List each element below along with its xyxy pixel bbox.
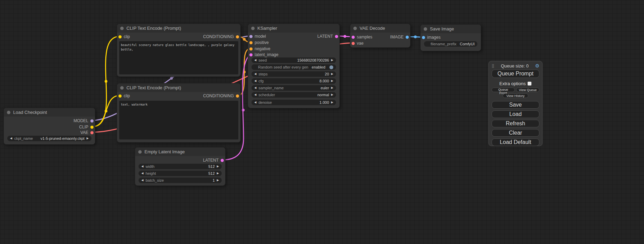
load-button[interactable]: Load xyxy=(492,110,539,118)
node-title-bar[interactable]: Load Checkpoint xyxy=(4,108,95,117)
decrement-icon[interactable]: ◀ xyxy=(141,172,143,175)
input-slot-clip[interactable]: clip xyxy=(118,34,130,39)
widget-filename-prefix[interactable]: filename_prefix ComfyUI xyxy=(424,41,477,47)
input-slot-latent-image[interactable]: latent_image xyxy=(249,52,279,57)
view-queue-button[interactable]: View Queue xyxy=(516,88,539,92)
model-slot-dot-icon[interactable] xyxy=(249,35,253,38)
settings-gear-icon[interactable]: ⚙ xyxy=(535,63,539,69)
input-slot-negative[interactable]: negative xyxy=(249,46,270,52)
widget-width[interactable]: ◀ width 512 ▶ xyxy=(139,164,222,169)
prev-value-icon[interactable]: ◀ xyxy=(254,93,256,96)
input-slot-images[interactable]: images xyxy=(422,35,441,40)
latent-slot-dot-icon[interactable] xyxy=(249,53,253,56)
model-slot-dot-icon[interactable] xyxy=(90,119,94,123)
output-slot-model[interactable]: MODEL xyxy=(73,118,94,124)
increment-icon[interactable]: ▶ xyxy=(331,80,333,82)
next-value-icon[interactable]: ▶ xyxy=(331,93,333,96)
decrement-icon[interactable]: ◀ xyxy=(254,80,256,82)
output-slot-clip[interactable]: CLIP xyxy=(79,124,94,130)
node-ksampler[interactable]: KSampler model LATENT positive negative … xyxy=(248,24,340,108)
drag-handle-icon[interactable]: ⣿ xyxy=(492,64,494,68)
node-title-bar[interactable]: CLIP Text Encode (Prompt) xyxy=(117,83,240,92)
widget-seed[interactable]: ◀ seed 156680208700286 ▶ xyxy=(252,57,336,63)
widget-batch-size[interactable]: ◀ batch_size 1 ▶ xyxy=(139,178,222,183)
negative-prompt-textarea[interactable]: text, watermark xyxy=(119,101,238,139)
conditioning-slot-dot-icon[interactable] xyxy=(236,94,239,98)
clip-slot-dot-icon[interactable] xyxy=(118,94,122,98)
decrement-icon[interactable]: ◀ xyxy=(141,179,143,182)
input-slot-positive[interactable]: positive xyxy=(249,40,269,45)
increment-icon[interactable]: ▶ xyxy=(331,73,333,75)
toggle-dot-icon[interactable] xyxy=(329,65,333,69)
increment-icon[interactable]: ▶ xyxy=(331,59,333,62)
output-slot-image[interactable]: IMAGE xyxy=(390,34,409,40)
next-value-icon[interactable]: ▶ xyxy=(331,87,333,89)
collapse-dot-icon[interactable] xyxy=(120,86,124,90)
widget-height[interactable]: ◀ height 512 ▶ xyxy=(139,171,222,176)
clip-slot-dot-icon[interactable] xyxy=(118,35,122,38)
output-slot-conditioning[interactable]: CONDITIONING xyxy=(203,93,239,99)
increment-icon[interactable]: ▶ xyxy=(331,101,333,104)
image-slot-dot-icon[interactable] xyxy=(406,36,409,39)
node-save-image[interactable]: Save Image images filename_prefix ComfyU… xyxy=(420,24,481,51)
collapse-dot-icon[interactable] xyxy=(353,27,357,30)
node-title-bar[interactable]: KSampler xyxy=(248,24,339,33)
queue-prompt-button[interactable]: Queue Prompt xyxy=(492,70,539,78)
increment-icon[interactable]: ▶ xyxy=(217,172,219,175)
input-slot-model[interactable]: model xyxy=(249,34,266,39)
widget-cfg[interactable]: ◀ cfg 8.000 ▶ xyxy=(252,78,336,84)
collapse-dot-icon[interactable] xyxy=(424,27,427,31)
positive-prompt-textarea[interactable]: beautiful scenery nature glass bottle la… xyxy=(119,41,238,74)
widget-random-seed[interactable]: Random seed after every gen enabled xyxy=(252,64,336,70)
load-default-button[interactable]: Load Default xyxy=(492,138,539,146)
vae-slot-dot-icon[interactable] xyxy=(90,131,94,134)
next-value-icon[interactable]: ▶ xyxy=(87,137,89,140)
widget-ckpt-name[interactable]: ◀ ckpt_name v1-5-pruned-emaonly.ckpt ▶ xyxy=(7,136,91,141)
input-slot-samples[interactable]: samples xyxy=(352,34,372,40)
latent-slot-dot-icon[interactable] xyxy=(221,159,224,162)
refresh-button[interactable]: Refresh xyxy=(492,120,539,127)
widget-scheduler[interactable]: ◀ scheduler normal ▶ xyxy=(252,92,336,98)
image-slot-dot-icon[interactable] xyxy=(422,36,425,39)
increment-icon[interactable]: ▶ xyxy=(217,165,219,168)
clip-slot-dot-icon[interactable] xyxy=(90,126,94,129)
widget-sampler-name[interactable]: ◀ sampler_name euler ▶ xyxy=(252,85,336,91)
collapse-dot-icon[interactable] xyxy=(7,111,10,114)
decrement-icon[interactable]: ◀ xyxy=(254,73,256,75)
decrement-icon[interactable]: ◀ xyxy=(141,165,143,168)
prev-value-icon[interactable]: ◀ xyxy=(10,137,12,140)
decrement-icon[interactable]: ◀ xyxy=(254,101,256,104)
increment-icon[interactable]: ▶ xyxy=(217,179,219,182)
output-slot-vae[interactable]: VAE xyxy=(80,130,94,135)
view-history-button[interactable]: View History xyxy=(503,93,528,98)
latent-slot-dot-icon[interactable] xyxy=(352,36,355,39)
collapse-dot-icon[interactable] xyxy=(120,27,124,30)
conditioning-slot-dot-icon[interactable] xyxy=(249,41,253,44)
node-title-bar[interactable]: Save Image xyxy=(421,25,481,33)
save-button[interactable]: Save xyxy=(492,101,539,109)
vae-slot-dot-icon[interactable] xyxy=(352,42,355,45)
node-clip-text-encode-positive[interactable]: CLIP Text Encode (Prompt) clip CONDITION… xyxy=(117,24,241,77)
queue-front-button[interactable]: Queue Front xyxy=(492,88,515,92)
extra-options-checkbox[interactable] xyxy=(528,82,531,85)
decrement-icon[interactable]: ◀ xyxy=(254,59,256,62)
collapse-dot-icon[interactable] xyxy=(138,150,142,154)
collapse-dot-icon[interactable] xyxy=(251,27,255,30)
output-slot-latent[interactable]: LATENT xyxy=(317,34,338,39)
output-slot-latent[interactable]: LATENT xyxy=(203,157,224,163)
latent-slot-dot-icon[interactable] xyxy=(335,35,338,38)
node-empty-latent-image[interactable]: Empty Latent Image LATENT ◀ width 512 ▶ … xyxy=(135,147,226,186)
node-clip-text-encode-negative[interactable]: CLIP Text Encode (Prompt) clip CONDITION… xyxy=(117,83,241,143)
node-load-checkpoint[interactable]: Load Checkpoint MODEL CLIP VAE ◀ ckpt_na… xyxy=(3,108,95,145)
conditioning-slot-dot-icon[interactable] xyxy=(249,47,253,51)
node-title-bar[interactable]: Empty Latent Image xyxy=(135,147,225,156)
widget-denoise[interactable]: ◀ denoise 1.000 ▶ xyxy=(252,100,336,105)
input-slot-clip[interactable]: clip xyxy=(118,93,130,99)
prev-value-icon[interactable]: ◀ xyxy=(254,87,256,89)
input-slot-vae[interactable]: vae xyxy=(352,40,363,46)
widget-steps[interactable]: ◀ steps 20 ▶ xyxy=(252,71,336,77)
node-title-bar[interactable]: CLIP Text Encode (Prompt) xyxy=(117,24,240,33)
node-vae-decode[interactable]: VAE Decode samples IMAGE vae xyxy=(350,24,411,48)
node-title-bar[interactable]: VAE Decode xyxy=(350,24,410,33)
clear-button[interactable]: Clear xyxy=(492,129,539,137)
